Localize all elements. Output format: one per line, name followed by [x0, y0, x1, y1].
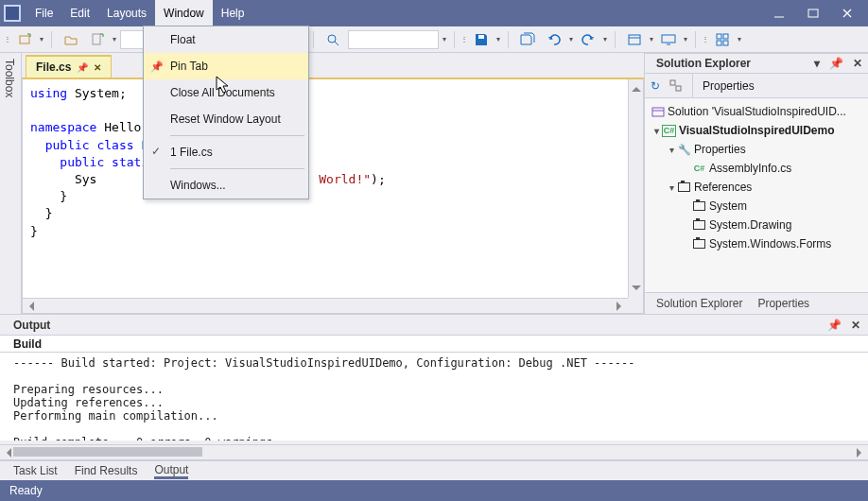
menubar: File Edit Layouts Window Help — [26, 0, 252, 26]
svg-rect-16 — [723, 41, 728, 45]
dropdown-icon[interactable]: ▾ — [111, 35, 118, 43]
tab-solution-explorer[interactable]: Solution Explorer — [656, 297, 742, 310]
tree-assemblyinfo[interactable]: AssemblyInfo.cs — [709, 162, 791, 175]
dropdown-icon[interactable]: ▾ — [441, 35, 448, 43]
redo-icon[interactable] — [577, 28, 599, 51]
menu-item-windows[interactable]: Windows... — [144, 172, 308, 199]
menu-layouts[interactable]: Layouts — [98, 0, 155, 26]
tab-label: File.cs — [36, 60, 71, 74]
dropdown-icon[interactable]: ▾ — [814, 57, 820, 70]
editor-h-scroll[interactable] — [23, 298, 628, 313]
add-file-icon[interactable] — [86, 28, 109, 51]
svg-rect-1 — [808, 9, 818, 17]
dropdown-icon[interactable]: ▾ — [495, 35, 502, 43]
window-maximize[interactable] — [796, 0, 830, 26]
menu-divider — [170, 168, 304, 169]
solution-explorer-header: Solution Explorer ▾📌✕ — [645, 53, 868, 74]
editor: using System; namespace HelloWorld { pub… — [22, 78, 644, 314]
tree-ref-drawing[interactable]: System.Drawing — [709, 218, 791, 232]
pin-icon[interactable]: 📌 — [77, 62, 88, 73]
svg-rect-4 — [20, 36, 29, 43]
tree-project[interactable]: VisualStudioInspiredUIDemo — [679, 124, 834, 137]
svg-rect-15 — [717, 41, 721, 45]
svg-rect-19 — [652, 108, 664, 116]
bottom-tabs: Task List Find Results Output — [0, 459, 868, 480]
toolbar-overflow-icon[interactable]: ⋮ — [4, 35, 11, 43]
toolbox-sidebar[interactable]: Toolbox — [0, 53, 22, 314]
grid-icon[interactable] — [711, 28, 734, 51]
svg-rect-11 — [662, 35, 675, 43]
output-body[interactable]: ------ Build started: Project: VisualStu… — [0, 353, 868, 441]
toolbar-overflow-icon[interactable]: ⋮ — [460, 35, 468, 43]
output-h-scroll[interactable] — [0, 444, 868, 459]
window-menu: Float 📌Pin Tab Close All Documents Reset… — [143, 26, 309, 199]
solution-explorer-title: Solution Explorer — [656, 57, 751, 70]
menu-item-close-all[interactable]: Close All Documents — [144, 79, 308, 106]
toolbar: ⋮ ▾ ▾ ▾ ▾ ▾ ⋮ ▾ ▾ ▾ ▾ ▾ ⋮ ▾ — [0, 26, 868, 53]
svg-rect-18 — [676, 86, 681, 91]
new-project-icon[interactable] — [13, 28, 36, 51]
close-icon[interactable]: ✕ — [853, 57, 862, 70]
editor-v-scroll[interactable] — [628, 79, 643, 298]
close-icon[interactable]: ✕ — [851, 319, 860, 332]
properties-button[interactable]: Properties — [692, 74, 755, 97]
output-title: Output — [13, 319, 50, 332]
tab-file-cs[interactable]: File.cs 📌 ✕ — [26, 55, 112, 78]
dropdown-icon[interactable]: ▾ — [567, 35, 575, 43]
svg-rect-5 — [93, 34, 100, 44]
menu-item-1-file[interactable]: ✓1 File.cs — [144, 139, 308, 165]
layout-icon[interactable] — [623, 28, 646, 51]
svg-point-6 — [328, 35, 336, 43]
collapse-icon[interactable] — [669, 79, 683, 93]
open-file-icon[interactable] — [60, 28, 82, 51]
dropdown-icon[interactable]: ▾ — [736, 35, 743, 43]
tree-ref-system[interactable]: System — [709, 199, 747, 213]
menu-item-float[interactable]: Float — [144, 26, 308, 53]
output-panel: Output 📌✕ Build ------ Build started: Pr… — [0, 314, 868, 480]
tree-references[interactable]: References — [694, 181, 752, 194]
monitor-icon[interactable] — [657, 28, 680, 51]
svg-rect-13 — [717, 34, 721, 39]
menu-edit[interactable]: Edit — [61, 0, 98, 26]
menu-item-pin-tab[interactable]: 📌Pin Tab — [144, 53, 308, 79]
dropdown-icon[interactable]: ▾ — [601, 35, 609, 43]
tree-ref-winforms[interactable]: System.Windows.Forms — [709, 237, 831, 250]
menu-item-reset-layout[interactable]: Reset Window Layout — [144, 106, 308, 132]
undo-icon[interactable] — [543, 28, 565, 51]
tree-properties[interactable]: Properties — [694, 143, 746, 156]
tab-output[interactable]: Output — [154, 463, 188, 479]
find-icon[interactable] — [321, 28, 344, 51]
save-icon[interactable] — [470, 28, 493, 51]
dropdown-icon[interactable]: ▾ — [38, 35, 45, 43]
dropdown-icon[interactable]: ▾ — [648, 35, 655, 43]
svg-rect-17 — [670, 80, 675, 85]
svg-line-7 — [335, 42, 339, 45]
editor-area[interactable]: using System; namespace HelloWorld { pub… — [23, 79, 628, 298]
solution-explorer-toolbar: ↻ Properties — [645, 74, 868, 98]
toolbar-find-field[interactable] — [348, 30, 439, 49]
solution-tree[interactable]: Solution 'VisualStudioInspiredUID... ▾C#… — [645, 98, 868, 293]
output-category[interactable]: Build — [13, 337, 42, 351]
pin-icon[interactable]: 📌 — [827, 319, 842, 332]
svg-rect-9 — [629, 35, 640, 44]
save-all-icon[interactable] — [516, 28, 539, 51]
tab-properties[interactable]: Properties — [757, 297, 809, 310]
tab-find-results[interactable]: Find Results — [75, 464, 138, 477]
menu-window[interactable]: Window — [155, 0, 213, 26]
tree-solution[interactable]: Solution 'VisualStudioInspiredUID... — [668, 105, 846, 118]
window-close[interactable] — [830, 0, 864, 26]
window-minimize[interactable] — [762, 0, 796, 26]
menu-divider — [170, 135, 304, 136]
pin-icon[interactable]: 📌 — [829, 57, 843, 70]
close-icon[interactable]: ✕ — [94, 62, 101, 73]
svg-rect-8 — [478, 35, 484, 39]
check-icon: ✓ — [151, 145, 161, 158]
title-bar: File Edit Layouts Window Help — [0, 0, 868, 26]
menu-file[interactable]: File — [26, 0, 61, 26]
svg-rect-14 — [723, 34, 728, 39]
toolbar-overflow-icon[interactable]: ⋮ — [702, 35, 709, 43]
dropdown-icon[interactable]: ▾ — [682, 35, 689, 43]
menu-help[interactable]: Help — [213, 0, 253, 26]
tab-task-list[interactable]: Task List — [13, 464, 58, 477]
refresh-icon[interactable]: ↻ — [651, 79, 660, 93]
